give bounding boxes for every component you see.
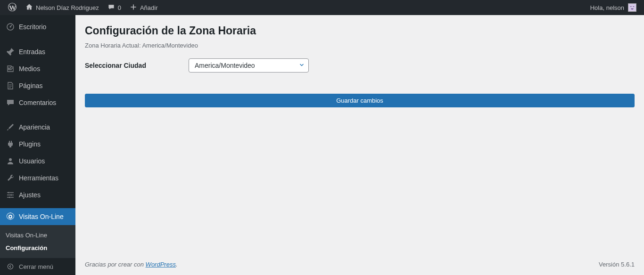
sidebar-item-herramientas[interactable]: Herramientas	[0, 170, 75, 186]
plug-icon	[6, 139, 15, 149]
svg-point-5	[9, 158, 12, 161]
comment-icon	[6, 98, 15, 107]
sidebar-item-usuarios[interactable]: Usuarios	[0, 153, 75, 170]
admin-topbar: Nelson Díaz Rodriguez 0 Añadir Hola, nel…	[0, 0, 644, 15]
footer-version: Versión 5.6.1	[599, 261, 635, 268]
brush-icon	[6, 122, 15, 132]
sidebar-item-label: Visitas On-Line	[19, 213, 64, 220]
sidebar-item-label: Usuarios	[19, 157, 45, 165]
svg-point-7	[11, 194, 12, 196]
city-select-wrap: America/Montevideo	[189, 58, 309, 73]
sidebar-item-escritorio[interactable]: Escritorio	[0, 18, 75, 35]
admin-sidebar: Escritorio Entradas Medios Páginas Comen…	[0, 15, 75, 275]
wordpress-link[interactable]: WordPress	[146, 261, 176, 268]
sidebar-item-entradas[interactable]: Entradas	[0, 43, 75, 60]
sidebar-item-label: Apariencia	[19, 123, 50, 131]
sliders-icon	[6, 190, 15, 200]
sidebar-item-plugins[interactable]: Plugins	[0, 136, 75, 153]
gear-icon	[6, 212, 15, 221]
media-icon	[6, 64, 15, 73]
sidebar-item-label: Medios	[19, 65, 40, 73]
svg-point-8	[9, 197, 11, 198]
city-field-label: Seleccionar Ciudad	[85, 62, 189, 69]
site-home-link[interactable]: Nelson Díaz Rodriguez	[22, 0, 103, 15]
sidebar-item-label: Ajustes	[19, 191, 41, 199]
comment-icon	[107, 3, 115, 12]
pin-icon	[6, 47, 15, 57]
sidebar-item-label: Entradas	[19, 48, 45, 56]
site-name: Nelson Díaz Rodriguez	[36, 4, 99, 11]
sidebar-item-ajustes[interactable]: Ajustes	[0, 186, 75, 203]
page-icon	[6, 81, 15, 90]
sidebar-item-label: Páginas	[19, 82, 43, 89]
sidebar-item-visitas-online[interactable]: Visitas On-Line	[0, 208, 75, 225]
dashboard-icon	[6, 22, 15, 32]
sidebar-item-label: Plugins	[19, 140, 41, 148]
sidebar-item-comentarios[interactable]: Comentarios	[0, 94, 75, 111]
greeting-text: Hola, nelson	[590, 4, 624, 11]
collapse-label: Cerrar menú	[19, 263, 53, 270]
svg-rect-1	[629, 4, 636, 11]
sidebar-item-paginas[interactable]: Páginas	[0, 77, 75, 94]
submenu-item-visitas[interactable]: Visitas On-Line	[0, 229, 75, 242]
collapse-menu-button[interactable]: Cerrar menú	[0, 258, 75, 275]
wrench-icon	[6, 173, 15, 183]
submenu-item-configuracion[interactable]: Configuración	[0, 242, 75, 254]
avatar	[628, 3, 636, 12]
user-icon	[6, 156, 15, 166]
collapse-icon	[6, 262, 15, 271]
sidebar-submenu: Visitas On-Line Configuración	[0, 225, 75, 258]
topbar-right[interactable]: Hola, nelson	[590, 3, 640, 12]
wordpress-icon	[8, 2, 17, 13]
svg-point-3	[10, 26, 11, 28]
plus-icon	[130, 3, 137, 12]
form-row-city: Seleccionar Ciudad America/Montevideo	[85, 58, 635, 73]
svg-point-9	[8, 264, 13, 269]
sidebar-item-label: Herramientas	[19, 174, 58, 182]
sidebar-item-medios[interactable]: Medios	[0, 60, 75, 77]
comments-count: 0	[118, 4, 121, 11]
home-icon	[25, 3, 33, 12]
add-new-label: Añadir	[140, 4, 158, 11]
sidebar-item-label: Escritorio	[19, 23, 46, 31]
main-content: Configuración de la Zona Horaria Zona Ho…	[75, 15, 644, 275]
current-timezone-label: Zona Horaria Actual: America/Montevideo	[85, 42, 635, 49]
save-button[interactable]: Guardar cambios	[85, 94, 635, 107]
footer-thanks: Gracias por crear con WordPress.	[85, 261, 178, 268]
topbar-left: Nelson Díaz Rodriguez 0 Añadir	[4, 0, 162, 15]
wp-logo-link[interactable]	[4, 0, 21, 15]
page-title: Configuración de la Zona Horaria	[85, 24, 635, 37]
add-new-link[interactable]: Añadir	[126, 0, 162, 15]
svg-point-6	[8, 192, 10, 194]
sidebar-item-label: Comentarios	[19, 99, 56, 106]
city-select[interactable]: America/Montevideo	[189, 58, 309, 73]
admin-footer: Gracias por crear con WordPress. Versión…	[85, 254, 635, 275]
sidebar-item-apariencia[interactable]: Apariencia	[0, 119, 75, 136]
svg-point-4	[12, 68, 13, 69]
comments-link[interactable]: 0	[104, 0, 125, 15]
